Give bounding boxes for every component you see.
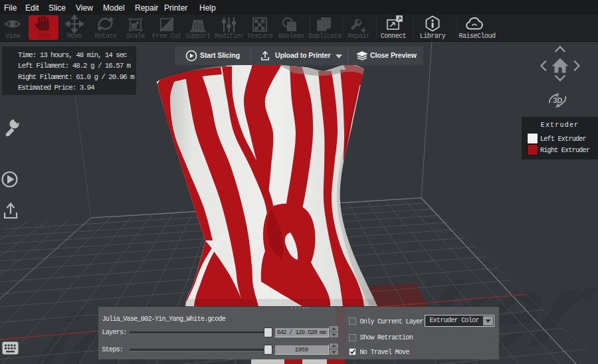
- svg-text:3D: 3D: [553, 96, 563, 104]
